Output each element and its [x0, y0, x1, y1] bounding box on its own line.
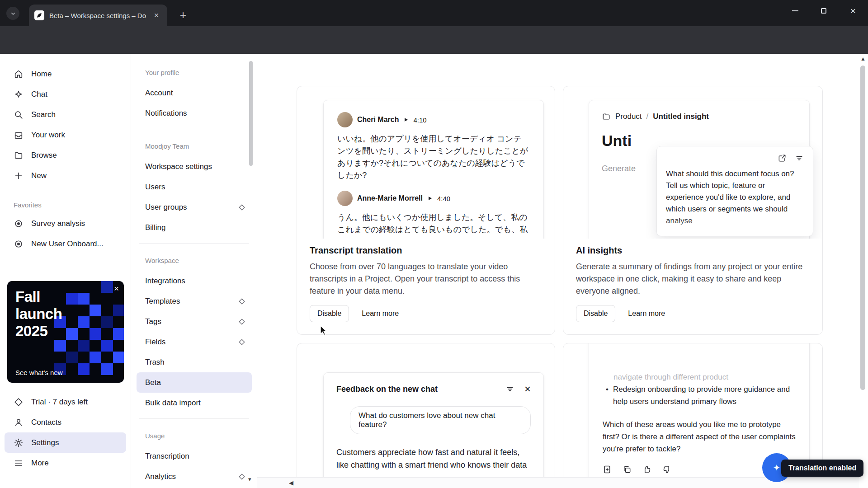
- favorite-target-icon: [14, 219, 24, 229]
- settings-nav-item-user-groups[interactable]: User groups: [131, 197, 257, 217]
- settings-section-usage: Usage Transcription Analytics: [131, 431, 257, 487]
- search-icon: [14, 110, 24, 120]
- learn-more-link[interactable]: Learn more: [362, 310, 399, 318]
- settings-nav-item-beta[interactable]: Beta: [137, 372, 252, 393]
- browser-tab[interactable]: Beta – Workspace settings – Do ×: [29, 5, 167, 26]
- sidebar-item-trial[interactable]: Trial · 7 days left: [0, 392, 131, 412]
- settings-nav-item-account[interactable]: Account: [131, 83, 257, 103]
- premium-gem-icon: [238, 338, 245, 346]
- learn-more-link[interactable]: Learn more: [628, 310, 665, 318]
- disable-button[interactable]: Disable: [576, 305, 615, 322]
- disable-button[interactable]: Disable: [310, 305, 349, 322]
- sidebar-item-settings[interactable]: Settings: [5, 432, 126, 453]
- tab-close-icon[interactable]: ×: [151, 10, 162, 21]
- browser-tab-strip: Beta – Workspace settings – Do × + ×: [0, 0, 868, 26]
- transcript-preview-card: Cheri March 4:10 いいね。他のアプリを使用してオーディオ コンテ…: [323, 100, 544, 239]
- avatar: [337, 191, 353, 206]
- promo-pixel: [113, 328, 124, 340]
- settings-section-title: Moodjoy Team: [131, 141, 257, 151]
- promo-pixel: [101, 281, 113, 293]
- promo-close-icon[interactable]: ×: [114, 284, 119, 293]
- sidebar-item-contacts[interactable]: Contacts: [0, 412, 131, 432]
- favorite-item-survey-analysis[interactable]: Survey analysis: [0, 213, 131, 234]
- settings-nav-label: Billing: [145, 223, 165, 232]
- sidebar-item-search[interactable]: Search: [0, 104, 131, 125]
- chat-feedback-preview: Feedback on the new chat × What do custo…: [297, 343, 555, 477]
- contacts-person-icon: [14, 418, 24, 427]
- minimize-icon[interactable]: [785, 0, 806, 22]
- ai-focus-popup-text: What should this document focus on? Tell…: [666, 168, 804, 227]
- card-ai-insights: Product / Untitled insight Unti Generate…: [563, 86, 823, 335]
- settings-gear-icon: [14, 438, 24, 448]
- sidebar-item-label: Browse: [31, 151, 57, 160]
- window-close-icon[interactable]: ×: [843, 0, 863, 22]
- premium-gem-icon: [238, 473, 245, 480]
- settings-nav-scrollbar[interactable]: [249, 61, 253, 166]
- scroll-up-icon[interactable]: ▲: [860, 56, 866, 62]
- settings-nav-item-fields[interactable]: Fields: [131, 332, 257, 352]
- settings-nav-item-integrations[interactable]: Integrations: [131, 271, 257, 291]
- scroll-left-icon[interactable]: ◀: [289, 479, 293, 486]
- settings-nav-item-users[interactable]: Users: [131, 177, 257, 197]
- settings-nav-label: Bulk data import: [145, 399, 201, 408]
- sidebar-item-new[interactable]: New: [0, 165, 131, 186]
- sidebar-item-label: Chat: [31, 90, 47, 99]
- sidebar-item-label: More: [31, 459, 49, 468]
- promo-pixel: [90, 305, 101, 316]
- favorite-item-label: New User Onboard...: [31, 239, 104, 249]
- message-text: うん。他にもいくつか使用しました。そして、私のこれまでの経験はとても良いものでし…: [337, 211, 530, 236]
- settings-nav-item-billing[interactable]: Billing: [131, 217, 257, 238]
- settings-nav-item-templates[interactable]: Templates: [131, 291, 257, 311]
- speaker-name: Anne-Marie Morrell: [357, 194, 423, 202]
- sidebar-item-your-work[interactable]: Your work: [0, 125, 131, 145]
- chat-panel-title: Feedback on the new chat: [336, 385, 495, 394]
- promo-pixel: [113, 305, 124, 316]
- sidebar-item-more[interactable]: More: [0, 453, 131, 473]
- page-content: Home Chat Search Your work Browse New: [0, 54, 868, 488]
- settings-nav-item-transcription[interactable]: Transcription: [131, 446, 257, 466]
- settings-nav-label: Notifications: [145, 109, 187, 118]
- promo-pixel: [78, 363, 90, 375]
- promo-pixel: [66, 352, 78, 363]
- settings-section-title: Your profile: [131, 67, 257, 77]
- settings-nav-item-analytics[interactable]: Analytics: [131, 466, 257, 487]
- copy-icon: [623, 465, 632, 474]
- promo-pixel: [78, 340, 90, 352]
- settings-nav-item-trash[interactable]: Trash: [131, 352, 257, 372]
- feature-description: Generate a summary of findings from any …: [576, 261, 811, 297]
- settings-nav-label: Workspace settings: [145, 162, 212, 171]
- promo-link[interactable]: See what's new: [15, 369, 63, 376]
- divider: [139, 418, 249, 419]
- more-menu-icon: [14, 458, 24, 468]
- translation-toast: Translation enabled: [781, 460, 863, 477]
- promo-pixel: [113, 352, 124, 363]
- thumbs-down-icon: [662, 465, 671, 474]
- play-icon: [403, 117, 409, 122]
- tab-search-chevron-icon[interactable]: [6, 7, 19, 20]
- filter-icon: [505, 385, 514, 394]
- settings-nav-item-tags[interactable]: Tags: [131, 311, 257, 332]
- promo-pixel: [101, 340, 113, 352]
- sidebar-item-browse[interactable]: Browse: [0, 145, 131, 165]
- maximize-icon[interactable]: [813, 0, 834, 22]
- settings-nav-scroll-down-icon[interactable]: ▾: [248, 476, 251, 483]
- main-vertical-scrollbar[interactable]: ▲: [859, 54, 867, 477]
- ai-insights-preview: Product / Untitled insight Unti Generate…: [563, 86, 822, 239]
- settings-nav-item-workspace-settings[interactable]: Workspace settings: [131, 156, 257, 177]
- sidebar-item-home[interactable]: Home: [0, 64, 131, 84]
- promo-pixel: [90, 352, 101, 363]
- plus-icon: [14, 171, 24, 181]
- chat-answer-text: Customers appreciate how fast and natura…: [336, 446, 531, 471]
- share-icon: [778, 154, 787, 163]
- favorite-item-new-user-onboarding[interactable]: New User Onboard...: [0, 234, 131, 254]
- chat-feedback-preview-card: Feedback on the new chat × What do custo…: [323, 372, 544, 477]
- favorites-section-label: Favorites: [0, 201, 131, 209]
- fall-launch-promo-card[interactable]: Fall launch 2025 See what's new ×: [7, 281, 124, 383]
- sidebar-item-chat[interactable]: Chat: [0, 84, 131, 104]
- settings-nav-item-bulk-data-import[interactable]: Bulk data import: [131, 393, 257, 413]
- settings-nav-item-notifications[interactable]: Notifications: [131, 103, 257, 123]
- settings-section-moodjoy-team: Moodjoy Team Workspace settings Users Us…: [131, 141, 257, 238]
- scrollbar-thumb[interactable]: [860, 66, 865, 390]
- browse-folder-icon: [14, 150, 24, 160]
- new-tab-icon[interactable]: +: [176, 8, 190, 22]
